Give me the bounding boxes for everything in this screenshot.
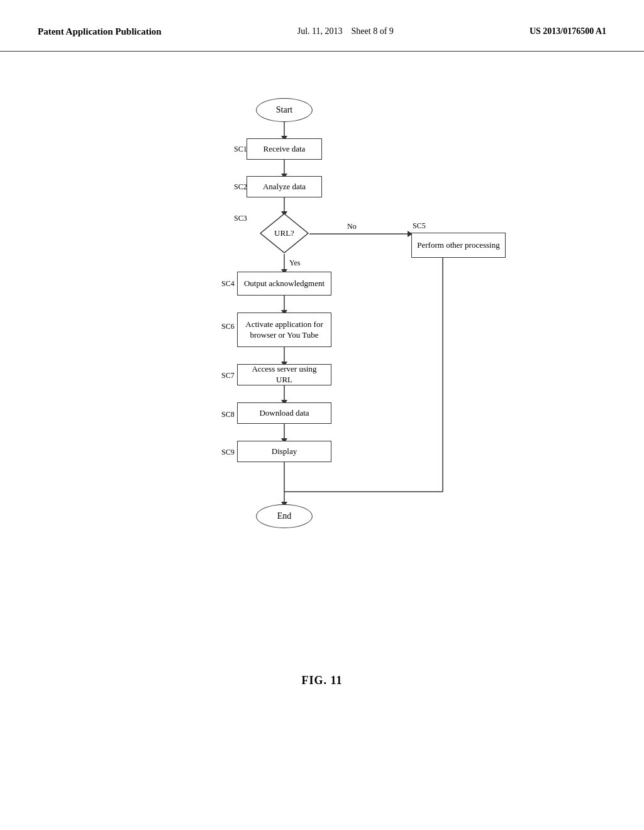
sc9-node: Display	[237, 441, 331, 462]
figure-caption: FIG. 11	[301, 674, 342, 687]
sc8-node: Download data	[237, 402, 331, 424]
sc2-node: Analyze data	[247, 176, 322, 197]
sc3-label-text: SC3	[234, 212, 247, 223]
sc4-node: Output acknowledgment	[237, 272, 331, 296]
sc2-label: SC2	[234, 182, 247, 192]
publication-title: Patent Application Publication	[38, 25, 162, 38]
sc1-node: Receive data	[247, 138, 322, 160]
sc1-label: SC1	[234, 145, 247, 154]
sc8-label: SC8	[221, 410, 235, 419]
publication-date: Jul. 11, 2013 Sheet 8 of 9	[297, 25, 394, 38]
flowchart-diagram: Yes No	[140, 89, 504, 655]
svg-text:No: No	[347, 222, 357, 231]
svg-text:Yes: Yes	[289, 258, 301, 267]
patent-number: US 2013/0176500 A1	[530, 25, 606, 38]
page-content: Yes No	[0, 52, 644, 712]
sc7-label: SC7	[221, 371, 235, 380]
sc6-node: Activate application for browser or You …	[237, 313, 331, 347]
page-header: Patent Application Publication Jul. 11, …	[0, 0, 644, 52]
sc6-label: SC6	[221, 322, 235, 331]
start-node: Start	[256, 98, 313, 122]
sc4-label: SC4	[221, 279, 235, 289]
sc7-node: Access server using URL	[237, 364, 331, 385]
sc9-label: SC9	[221, 448, 235, 457]
sc5-label-text: SC5	[413, 221, 426, 231]
sc5-node: Perform other processing	[411, 233, 506, 258]
end-node: End	[256, 504, 313, 528]
sc3-diamond: URL?	[259, 213, 309, 254]
sc3-label: URL?	[274, 228, 294, 238]
